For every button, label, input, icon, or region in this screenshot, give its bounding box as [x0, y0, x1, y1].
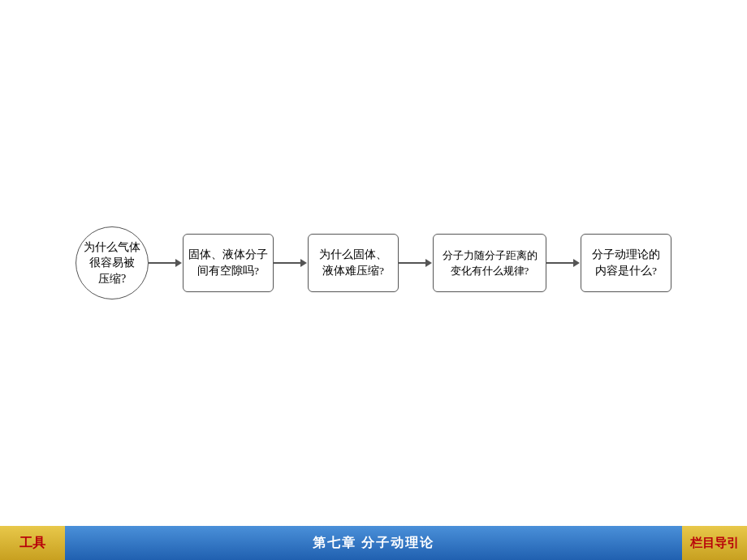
- node-rect-2: 固体、液体分子 间有空隙吗?: [183, 234, 274, 292]
- chapter-title: 第七章 分子动理论: [65, 535, 682, 552]
- nav-button[interactable]: 栏目导引: [682, 526, 747, 560]
- node-rect-5: 分子动理论的 内容是什么?: [581, 234, 671, 292]
- tools-button[interactable]: 工具: [0, 526, 65, 560]
- tools-label: 工具: [19, 535, 45, 552]
- arrow-1: [149, 259, 183, 267]
- chapter-title-text: 第七章 分子动理论: [313, 536, 434, 549]
- node2-text: 固体、液体分子 间有空隙吗?: [188, 247, 268, 280]
- node-rect-4: 分子力随分子距离的 变化有什么规律?: [433, 234, 546, 292]
- arrow-3: [399, 259, 433, 267]
- bottom-bar: 工具 第七章 分子动理论 栏目导引: [0, 526, 747, 560]
- node5-text: 分子动理论的 内容是什么?: [592, 247, 660, 280]
- node-rect-3: 为什么固体、 液体难压缩?: [308, 234, 399, 292]
- node-circle-1: 为什么气体 很容易被 压缩?: [76, 226, 149, 299]
- node4-text: 分子力随分子距离的 变化有什么规律?: [443, 248, 538, 279]
- nav-label: 栏目导引: [690, 536, 739, 551]
- arrow-4: [546, 259, 581, 267]
- main-content: 为什么气体 很容易被 压缩? 固体、液体分子 间有空隙吗? 为什么固体、 液体难…: [0, 0, 747, 526]
- arrow-2: [274, 259, 308, 267]
- node3-text: 为什么固体、 液体难压缩?: [319, 247, 387, 280]
- node1-text: 为什么气体 很容易被 压缩?: [84, 239, 140, 287]
- flowchart: 为什么气体 很容易被 压缩? 固体、液体分子 间有空隙吗? 为什么固体、 液体难…: [76, 226, 671, 299]
